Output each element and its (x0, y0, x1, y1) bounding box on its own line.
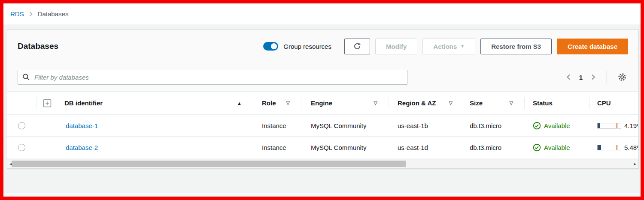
horizontal-scrollbar[interactable]: ◄ ► (7, 159, 638, 168)
databases-panel: Databases Group resources Modify Actions… (7, 29, 639, 169)
gear-icon (617, 72, 627, 82)
panel-header: Databases Group resources Modify Actions… (7, 30, 638, 63)
status-text: Available (544, 144, 570, 151)
cpu-header-label: CPU (597, 99, 611, 107)
cpu-percent-text: 5.48% (624, 144, 638, 151)
search-box (18, 70, 407, 85)
filter-databases-input[interactable] (33, 73, 403, 81)
table-settings-button[interactable] (616, 71, 628, 83)
db-identifier-link[interactable]: database-2 (66, 144, 98, 151)
pagination-divider (606, 71, 607, 84)
region-az-cell: us-east-1d (389, 137, 464, 158)
group-resources-label: Group resources (283, 43, 331, 50)
size-header-label: Size (470, 99, 483, 107)
modify-button[interactable]: Modify (375, 39, 417, 54)
select-all-column (7, 92, 36, 114)
engine-cell: MySQL Community (301, 137, 389, 158)
page-footer-strip (3, 193, 641, 197)
cpu-cell: 5.48% (589, 137, 638, 158)
role-cell: Instance (254, 137, 301, 158)
create-database-button[interactable]: Create database (557, 39, 628, 54)
cpu-threshold-tick (617, 123, 617, 128)
cpu-usage-fill (598, 123, 600, 128)
column-engine[interactable]: Engine ▽ (301, 92, 389, 114)
column-cpu[interactable]: CPU (589, 92, 638, 114)
column-role[interactable]: Role ▽ (254, 92, 301, 114)
refresh-icon (353, 42, 361, 51)
column-status[interactable]: Status (524, 92, 589, 114)
filter-row: 1 (7, 63, 638, 92)
table-header: DB identifier ▲ Role ▽ Engine ▽ Region &… (7, 92, 638, 115)
breadcrumb: RDS Databases (3, 3, 641, 24)
table-row: database-1 Instance MySQL Community us-e… (7, 115, 638, 137)
status-header-label: Status (533, 99, 553, 107)
cpu-cell: 4.19% (589, 115, 638, 136)
cpu-usage-fill (598, 145, 601, 150)
table-row: database-2 Instance MySQL Community us-e… (7, 137, 638, 158)
actions-label: Actions (433, 43, 457, 50)
actions-button[interactable]: Actions ▼ (422, 39, 475, 54)
engine-filter-icon[interactable]: ▽ (374, 100, 377, 106)
chevron-left-icon (566, 74, 571, 81)
create-database-label: Create database (568, 43, 617, 50)
previous-page-button[interactable] (565, 73, 572, 81)
region-az-header-label: Region & AZ (398, 99, 436, 107)
chevron-right-icon (590, 74, 596, 81)
screenshot-frame: RDS Databases Databases Group resources … (0, 0, 644, 200)
page-title: Databases (18, 42, 58, 51)
engine-header-label: Engine (311, 99, 332, 107)
group-resources-toggle[interactable] (263, 42, 278, 51)
breadcrumb-rds-link[interactable]: RDS (10, 10, 24, 18)
size-cell: db.t3.micro (464, 137, 524, 158)
modify-label: Modify (386, 43, 407, 50)
row-radio-button[interactable] (18, 122, 25, 129)
column-db-identifier[interactable]: DB identifier ▲ (58, 92, 254, 114)
cpu-threshold-tick (617, 145, 617, 150)
status-cell: Available (524, 137, 589, 158)
db-identifier-cell: database-2 (58, 137, 254, 158)
pagination: 1 (565, 71, 628, 84)
status-cell: Available (524, 115, 589, 136)
engine-cell: MySQL Community (301, 115, 389, 136)
row-select-cell (7, 137, 36, 158)
row-expand-cell (36, 137, 58, 158)
header-controls: Group resources Modify Actions ▼ Restore… (263, 39, 628, 54)
page-number[interactable]: 1 (579, 74, 583, 81)
expand-all-button[interactable] (36, 92, 58, 114)
db-identifier-cell: database-1 (58, 115, 254, 136)
cpu-usage-bar (597, 145, 621, 150)
column-region-az[interactable]: Region & AZ ▽ (389, 92, 464, 114)
row-select-cell (7, 115, 36, 136)
restore-from-s3-button[interactable]: Restore from S3 (480, 39, 552, 54)
available-check-icon (533, 143, 541, 152)
role-filter-icon[interactable]: ▽ (286, 100, 290, 106)
cpu-percent-text: 4.19% (624, 122, 638, 129)
region-az-cell: us-east-1b (389, 115, 464, 136)
actions-caret-icon: ▼ (460, 44, 465, 48)
status-text: Available (544, 122, 570, 129)
cpu-usage-bar (597, 123, 621, 128)
column-size[interactable]: Size ▽ (464, 92, 524, 114)
row-radio-button[interactable] (18, 144, 25, 151)
search-icon (22, 73, 30, 81)
expand-plus-icon (43, 99, 52, 107)
breadcrumb-current: Databases (38, 10, 69, 18)
region-az-filter-icon[interactable]: ▽ (449, 100, 453, 106)
role-header-label: Role (262, 99, 276, 107)
size-filter-icon[interactable]: ▽ (510, 100, 513, 106)
size-cell: db.t3.micro (464, 115, 524, 136)
breadcrumb-chevron-icon (28, 11, 33, 17)
scroll-right-icon[interactable]: ► (632, 159, 638, 168)
scrollbar-thumb[interactable] (12, 161, 406, 167)
db-identifier-header-label: DB identifier (64, 99, 103, 107)
sort-ascending-icon[interactable]: ▲ (237, 101, 242, 106)
role-cell: Instance (254, 115, 301, 136)
refresh-button[interactable] (344, 39, 370, 54)
next-page-button[interactable] (589, 73, 597, 81)
db-identifier-link[interactable]: database-1 (66, 122, 98, 129)
available-check-icon (533, 122, 541, 130)
restore-s3-label: Restore from S3 (491, 43, 541, 50)
row-expand-cell (36, 115, 58, 136)
